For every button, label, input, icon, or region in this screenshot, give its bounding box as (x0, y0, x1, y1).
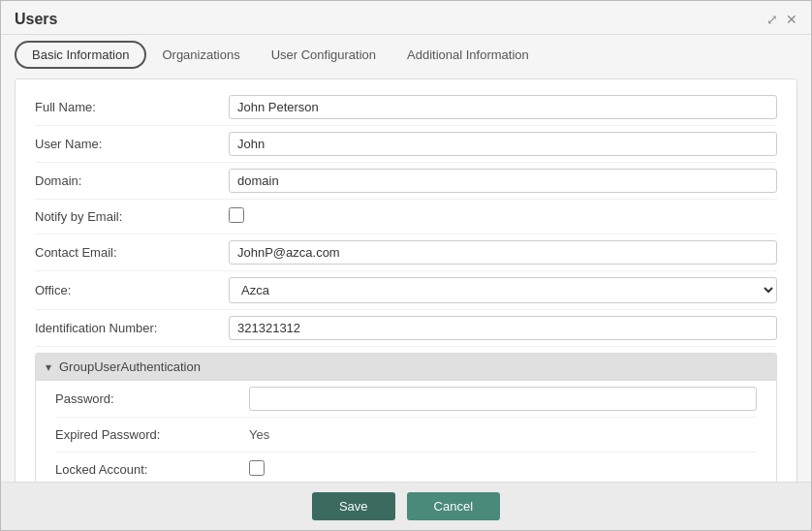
input-user-name[interactable] (229, 132, 777, 156)
field-user-name (229, 132, 777, 156)
form-panel: Full Name: User Name: Domain: (15, 78, 797, 482)
field-full-name (229, 95, 777, 119)
checkbox-locked-account[interactable] (249, 460, 265, 476)
dialog-title: Users (15, 11, 57, 28)
label-user-name: User Name: (35, 137, 229, 151)
field-password (249, 387, 757, 411)
label-domain: Domain: (35, 173, 229, 188)
input-contact-email[interactable] (229, 240, 777, 265)
users-dialog: Users ⤢ ✕ Basic Information Organization… (0, 0, 812, 531)
form-row-expired-password: Expired Password: Yes (55, 418, 757, 453)
dialog-controls: ⤢ ✕ (766, 12, 797, 27)
form-row-domain: Domain: (35, 163, 777, 200)
form-row-id-number: Identification Number: (35, 310, 777, 347)
group-body-authentication: Password: Expired Password: Yes (36, 380, 776, 482)
form-row-password: Password: (55, 381, 757, 418)
field-id-number (229, 316, 777, 340)
label-id-number: Identification Number: (35, 321, 229, 335)
input-domain[interactable] (229, 169, 777, 193)
chevron-down-icon: ▾ (46, 360, 51, 374)
group-header-authentication[interactable]: ▾ GroupUserAuthentication (36, 354, 776, 380)
dialog-footer: Save Cancel (1, 482, 811, 530)
label-expired-password: Expired Password: (55, 427, 249, 442)
field-expired-password: Yes (249, 427, 757, 442)
field-locked-account (249, 460, 757, 479)
tab-user-configuration[interactable]: User Configuration (256, 43, 391, 67)
field-notify-email (229, 207, 777, 226)
value-expired-password: Yes (249, 427, 269, 442)
form-row-locked-account: Locked Account: (55, 453, 757, 482)
expand-icon[interactable]: ⤢ (766, 12, 778, 27)
input-password[interactable] (249, 387, 757, 411)
dialog-body: Full Name: User Name: Domain: (1, 69, 811, 482)
label-office: Office: (35, 283, 229, 297)
label-password: Password: (55, 391, 249, 406)
tab-additional-information[interactable]: Additional Information (391, 43, 545, 67)
tabs-bar: Basic Information Organizations User Con… (1, 35, 811, 69)
save-button[interactable]: Save (312, 492, 395, 520)
label-contact-email: Contact Email: (35, 245, 229, 260)
field-office: Azca (229, 277, 777, 303)
label-full-name: Full Name: (35, 100, 229, 114)
form-row-notify-email: Notify by Email: (35, 200, 777, 234)
close-icon[interactable]: ✕ (786, 12, 797, 27)
field-domain (229, 169, 777, 193)
dialog-header: Users ⤢ ✕ (1, 1, 811, 35)
checkbox-notify-email[interactable] (229, 207, 244, 223)
group-title: GroupUserAuthentication (59, 359, 201, 374)
cancel-button[interactable]: Cancel (407, 492, 500, 520)
form-row-contact-email: Contact Email: (35, 234, 777, 271)
form-row-office: Office: Azca (35, 271, 777, 310)
form-row-user-name: User Name: (35, 126, 777, 163)
tab-basic-information[interactable]: Basic Information (15, 41, 146, 69)
label-locked-account: Locked Account: (55, 462, 249, 477)
form-row-full-name: Full Name: (35, 89, 777, 126)
tab-organizations[interactable]: Organizations (146, 43, 255, 67)
input-id-number[interactable] (229, 316, 777, 340)
group-user-authentication: ▾ GroupUserAuthentication Password: Expi… (35, 353, 777, 482)
field-contact-email (229, 240, 777, 265)
select-office[interactable]: Azca (229, 277, 777, 303)
input-full-name[interactable] (229, 95, 777, 119)
label-notify-email: Notify by Email: (35, 209, 229, 224)
